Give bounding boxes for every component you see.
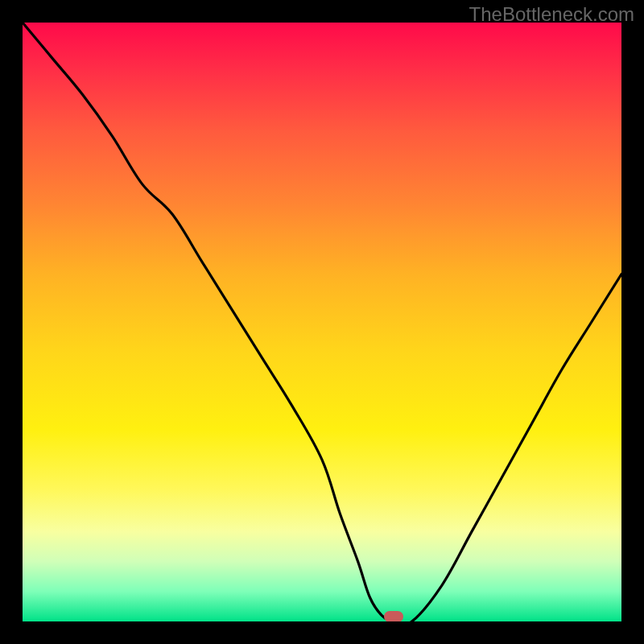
- plot-area: [23, 23, 621, 621]
- bottleneck-curve: [23, 23, 621, 621]
- optimal-marker: [384, 611, 403, 621]
- watermark-text: TheBottleneck.com: [469, 3, 634, 26]
- curve-svg: [23, 23, 621, 621]
